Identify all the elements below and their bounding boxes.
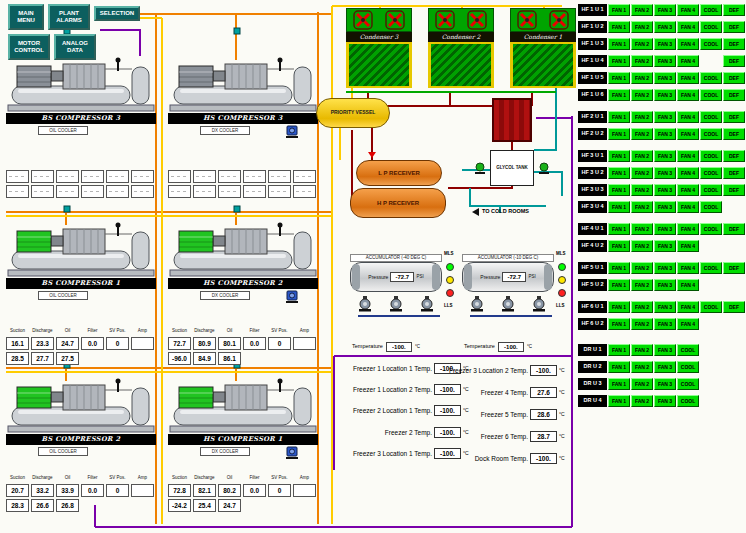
- status-cell-fan-4[interactable]: FAN 4: [677, 72, 699, 84]
- status-cell-fan-4[interactable]: FAN 4: [677, 279, 699, 291]
- status-cell-fan-3[interactable]: FAN 3: [654, 361, 676, 373]
- status-cell-cool[interactable]: COOL: [700, 167, 722, 179]
- status-cell-fan-2[interactable]: FAN 2: [631, 72, 653, 84]
- status-cell-cool[interactable]: COOL: [700, 223, 722, 235]
- status-cell-fan-3[interactable]: FAN 3: [654, 318, 676, 330]
- status-cell-fan-1[interactable]: FAN 1: [608, 21, 630, 33]
- status-cell-cool[interactable]: COOL: [677, 395, 699, 407]
- status-cell-fan-1[interactable]: FAN 1: [608, 111, 630, 123]
- status-cell-cool[interactable]: COOL: [700, 21, 722, 33]
- status-cell-def[interactable]: DEF: [723, 55, 745, 67]
- status-cell-fan-1[interactable]: FAN 1: [608, 184, 630, 196]
- status-cell-def[interactable]: DEF: [723, 150, 745, 162]
- status-cell-def[interactable]: DEF: [723, 184, 745, 196]
- status-cell-cool[interactable]: COOL: [700, 128, 722, 140]
- status-cell-fan-4[interactable]: FAN 4: [677, 21, 699, 33]
- status-cell-def[interactable]: DEF: [723, 72, 745, 84]
- nav-button-motor-control[interactable]: MOTOR CONTROL: [8, 34, 50, 60]
- status-cell-fan-3[interactable]: FAN 3: [654, 72, 676, 84]
- status-cell-cool[interactable]: COOL: [677, 361, 699, 373]
- status-cell-fan-1[interactable]: FAN 1: [608, 167, 630, 179]
- status-cell-fan-2[interactable]: FAN 2: [631, 361, 653, 373]
- status-cell-fan-1[interactable]: FAN 1: [608, 223, 630, 235]
- status-cell-fan-3[interactable]: FAN 3: [654, 262, 676, 274]
- status-cell-def[interactable]: DEF: [723, 223, 745, 235]
- status-cell-def[interactable]: DEF: [723, 38, 745, 50]
- status-cell-cool[interactable]: COOL: [700, 4, 722, 16]
- status-cell-fan-1[interactable]: FAN 1: [608, 262, 630, 274]
- status-cell-fan-4[interactable]: FAN 4: [677, 184, 699, 196]
- compressor-unit-bs-compressor-3[interactable]: BS COMPRESSOR 3OIL COOLER: [6, 55, 156, 141]
- nav-button-plant-alarms[interactable]: PLANT ALARMS: [48, 4, 90, 30]
- status-cell-fan-4[interactable]: FAN 4: [677, 240, 699, 252]
- status-cell-def[interactable]: DEF: [723, 89, 745, 101]
- status-cell-cool[interactable]: COOL: [700, 89, 722, 101]
- status-cell-def[interactable]: DEF: [723, 111, 745, 123]
- status-cell-fan-2[interactable]: FAN 2: [631, 301, 653, 313]
- status-cell-fan-3[interactable]: FAN 3: [654, 344, 676, 356]
- status-cell-fan-2[interactable]: FAN 2: [631, 318, 653, 330]
- status-cell-def[interactable]: DEF: [723, 4, 745, 16]
- nav-button-selection[interactable]: SELECTION: [94, 6, 140, 21]
- status-cell-fan-2[interactable]: FAN 2: [631, 167, 653, 179]
- status-cell-fan-4[interactable]: FAN 4: [677, 89, 699, 101]
- status-cell-cool[interactable]: COOL: [700, 301, 722, 313]
- status-cell-fan-3[interactable]: FAN 3: [654, 89, 676, 101]
- status-cell-fan-2[interactable]: FAN 2: [631, 21, 653, 33]
- status-cell-fan-3[interactable]: FAN 3: [654, 55, 676, 67]
- status-cell-def[interactable]: DEF: [723, 262, 745, 274]
- status-cell-fan-2[interactable]: FAN 2: [631, 344, 653, 356]
- status-cell-fan-1[interactable]: FAN 1: [608, 89, 630, 101]
- status-cell-fan-1[interactable]: FAN 1: [608, 395, 630, 407]
- status-cell-fan-4[interactable]: FAN 4: [677, 111, 699, 123]
- status-cell-def[interactable]: DEF: [723, 128, 745, 140]
- status-cell-fan-1[interactable]: FAN 1: [608, 318, 630, 330]
- status-cell-cool[interactable]: COOL: [700, 38, 722, 50]
- status-cell-fan-1[interactable]: FAN 1: [608, 361, 630, 373]
- status-cell-def[interactable]: DEF: [723, 167, 745, 179]
- status-cell-fan-4[interactable]: FAN 4: [677, 318, 699, 330]
- compressor-unit-hs-compressor-1[interactable]: HS COMPRESSOR 1DX COOLER: [168, 376, 318, 462]
- status-cell-fan-2[interactable]: FAN 2: [631, 378, 653, 390]
- compressor-unit-hs-compressor-2[interactable]: HS COMPRESSOR 2DX COOLER: [168, 220, 318, 306]
- status-cell-fan-4[interactable]: FAN 4: [677, 128, 699, 140]
- status-cell-fan-1[interactable]: FAN 1: [608, 279, 630, 291]
- status-cell-fan-3[interactable]: FAN 3: [654, 184, 676, 196]
- status-cell-fan-2[interactable]: FAN 2: [631, 111, 653, 123]
- status-cell-fan-3[interactable]: FAN 3: [654, 378, 676, 390]
- status-cell-fan-2[interactable]: FAN 2: [631, 184, 653, 196]
- status-cell-fan-1[interactable]: FAN 1: [608, 301, 630, 313]
- status-cell-fan-2[interactable]: FAN 2: [631, 55, 653, 67]
- compressor-unit-bs-compressor-1[interactable]: BS COMPRESSOR 1OIL COOLER: [6, 220, 156, 306]
- status-cell-fan-4[interactable]: FAN 4: [677, 262, 699, 274]
- status-cell-fan-3[interactable]: FAN 3: [654, 395, 676, 407]
- status-cell-def[interactable]: DEF: [723, 21, 745, 33]
- status-cell-fan-4[interactable]: FAN 4: [677, 150, 699, 162]
- status-cell-fan-1[interactable]: FAN 1: [608, 38, 630, 50]
- status-cell-fan-3[interactable]: FAN 3: [654, 279, 676, 291]
- status-cell-fan-1[interactable]: FAN 1: [608, 128, 630, 140]
- status-cell-fan-2[interactable]: FAN 2: [631, 201, 653, 213]
- status-cell-fan-1[interactable]: FAN 1: [608, 240, 630, 252]
- status-cell-fan-1[interactable]: FAN 1: [608, 344, 630, 356]
- status-cell-fan-3[interactable]: FAN 3: [654, 240, 676, 252]
- status-cell-fan-4[interactable]: FAN 4: [677, 301, 699, 313]
- status-cell-fan-4[interactable]: FAN 4: [677, 4, 699, 16]
- status-cell-fan-3[interactable]: FAN 3: [654, 21, 676, 33]
- status-cell-cool[interactable]: COOL: [700, 72, 722, 84]
- status-cell-cool[interactable]: COOL: [700, 111, 722, 123]
- compressor-unit-bs-compressor-2[interactable]: BS COMPRESSOR 2OIL COOLER: [6, 376, 156, 462]
- status-cell-fan-2[interactable]: FAN 2: [631, 240, 653, 252]
- nav-button-main-menu[interactable]: MAIN MENU: [8, 4, 44, 30]
- compressor-unit-hs-compressor-3[interactable]: HS COMPRESSOR 3DX COOLER: [168, 55, 318, 141]
- status-cell-fan-2[interactable]: FAN 2: [631, 395, 653, 407]
- status-cell-cool[interactable]: COOL: [700, 201, 722, 213]
- status-cell-fan-1[interactable]: FAN 1: [608, 201, 630, 213]
- status-cell-cool[interactable]: COOL: [700, 150, 722, 162]
- status-cell-fan-2[interactable]: FAN 2: [631, 150, 653, 162]
- status-cell-fan-4[interactable]: FAN 4: [677, 223, 699, 235]
- status-cell-fan-2[interactable]: FAN 2: [631, 262, 653, 274]
- status-cell-cool[interactable]: COOL: [700, 184, 722, 196]
- status-cell-def[interactable]: DEF: [723, 301, 745, 313]
- status-cell-fan-1[interactable]: FAN 1: [608, 4, 630, 16]
